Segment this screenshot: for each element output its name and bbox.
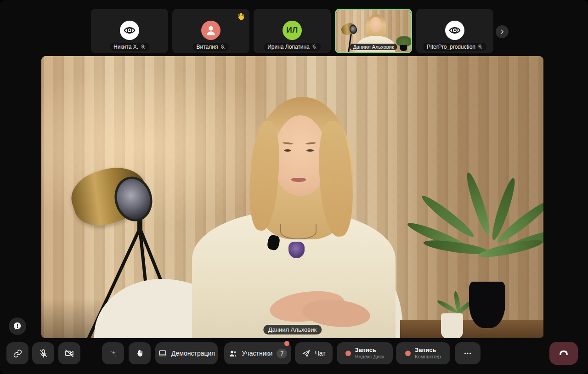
eye bbox=[284, 149, 291, 152]
main-speaker-video: Даниил Альховик bbox=[41, 56, 543, 338]
necklace-chain bbox=[280, 224, 317, 239]
chat-plane-icon bbox=[302, 349, 311, 358]
record-pc-text: Запись Компьютер bbox=[415, 347, 441, 360]
avatar bbox=[201, 21, 220, 40]
microphone-toggle-button[interactable] bbox=[32, 342, 54, 364]
camera-toggle-button[interactable] bbox=[58, 342, 80, 364]
participant-tile-piterpro[interactable]: PiterPro_production bbox=[416, 9, 493, 53]
eye bbox=[306, 149, 314, 152]
white-plant-pot bbox=[441, 313, 463, 338]
feedback-bubble-icon bbox=[12, 321, 23, 331]
record-icon bbox=[405, 351, 411, 356]
avatar bbox=[120, 21, 139, 40]
feedback-button[interactable] bbox=[9, 317, 26, 335]
screen-share-icon bbox=[158, 349, 167, 358]
mic-off-icon bbox=[477, 44, 483, 50]
raise-hand-icon bbox=[135, 349, 144, 358]
speaker-face bbox=[370, 17, 382, 33]
participant-tile-vitalia[interactable]: Виталия bbox=[172, 9, 249, 53]
participant-name-pill: PiterPro_production bbox=[423, 43, 486, 51]
record-disk-title: Запись bbox=[355, 347, 376, 354]
eye-logo-icon bbox=[123, 23, 136, 37]
participants-button[interactable]: Участники 7 bbox=[224, 342, 291, 364]
video-call-window: Никита Х. Виталия ИЛ Ирина Лопатина bbox=[0, 0, 588, 374]
raised-hand-emoji bbox=[235, 11, 247, 23]
avatar-initials: ИЛ bbox=[283, 21, 302, 40]
sparkles-icon bbox=[108, 349, 118, 358]
black-plant-pot bbox=[469, 282, 505, 328]
participant-video-thumbnail: Даниил Альховик bbox=[336, 10, 411, 52]
speaker-name-label: Даниил Альховик bbox=[263, 325, 322, 334]
participant-name: Никита Х. bbox=[113, 44, 138, 50]
mic-off-icon bbox=[311, 44, 317, 50]
participant-tile-nikita[interactable]: Никита Х. bbox=[91, 9, 168, 53]
wooden-table bbox=[400, 320, 543, 338]
camera-off-icon bbox=[64, 348, 74, 358]
chat-label: Чат bbox=[315, 350, 325, 357]
record-icon bbox=[345, 351, 351, 356]
participant-name: Ирина Лопатина bbox=[267, 44, 310, 50]
participants-notification-dot bbox=[284, 341, 289, 346]
participant-name: PiterPro_production bbox=[427, 44, 475, 50]
mic-off-icon bbox=[39, 349, 48, 358]
plant-pot bbox=[400, 45, 407, 51]
record-to-computer-button[interactable]: Запись Компьютер bbox=[396, 342, 450, 364]
effects-button[interactable] bbox=[102, 342, 124, 364]
record-disk-subtitle: Яндекс Диск bbox=[355, 354, 384, 360]
record-pc-title: Запись bbox=[415, 347, 436, 354]
eye-logo-icon bbox=[448, 23, 462, 37]
participants-icon bbox=[228, 349, 238, 358]
mic-off-icon bbox=[220, 44, 225, 50]
participants-label: Участники bbox=[242, 350, 273, 357]
participant-name: Виталия bbox=[197, 44, 218, 50]
participant-name-pill: Никита Х. bbox=[110, 43, 149, 51]
chevron-right-icon bbox=[498, 28, 506, 36]
necklace-pendant bbox=[288, 242, 305, 258]
person-icon bbox=[203, 23, 219, 38]
participant-tile-irina[interactable]: ИЛ Ирина Лопатина bbox=[254, 9, 331, 53]
participant-name-pill: Виталия bbox=[193, 43, 229, 51]
link-icon bbox=[13, 349, 23, 358]
record-to-disk-button[interactable]: Запись Яндекс Диск bbox=[337, 342, 393, 364]
more-dots-icon bbox=[463, 348, 473, 358]
mic-off-icon bbox=[140, 44, 146, 50]
next-participants-button[interactable] bbox=[496, 25, 509, 38]
record-disk-text: Запись Яндекс Диск bbox=[355, 347, 384, 360]
participant-name-pill: Даниил Альховик bbox=[350, 44, 397, 50]
copy-link-button[interactable] bbox=[6, 342, 28, 364]
more-options-button[interactable] bbox=[455, 342, 481, 364]
avatar bbox=[445, 21, 464, 40]
screen-share-button[interactable]: Демонстрация bbox=[155, 342, 218, 364]
hangup-button[interactable] bbox=[549, 342, 578, 365]
participant-tile-daniil-active[interactable]: Даниил Альховик bbox=[335, 9, 412, 53]
participant-name-pill: Ирина Лопатина bbox=[264, 43, 321, 51]
chat-button[interactable]: Чат bbox=[295, 342, 333, 364]
raise-hand-button[interactable] bbox=[129, 342, 151, 364]
screen-share-label: Демонстрация bbox=[171, 350, 215, 357]
video-scene bbox=[41, 56, 543, 338]
record-pc-subtitle: Компьютер bbox=[415, 354, 441, 360]
participants-count-badge: 7 bbox=[277, 349, 287, 358]
hangup-phone-icon bbox=[558, 347, 570, 359]
